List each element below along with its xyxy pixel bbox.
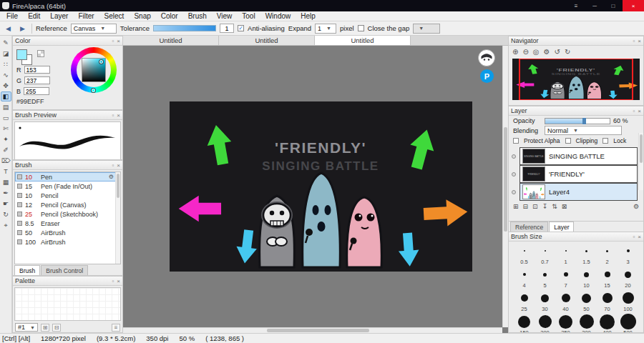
- pixiv-badge-icon[interactable]: P: [480, 69, 494, 83]
- tab-brush[interactable]: Brush: [14, 265, 40, 275]
- primary-color-swatch[interactable]: [16, 49, 27, 60]
- brush-size-option[interactable]: 500: [618, 314, 638, 333]
- panel-close-icon[interactable]: ×: [117, 112, 120, 119]
- layer-row[interactable]: 'FRIENDLY' 'FRIENDLY': [510, 165, 638, 183]
- layer-visibility-icon[interactable]: [512, 154, 516, 159]
- close-button[interactable]: ×: [623, 0, 644, 11]
- rect-select-tool[interactable]: ▭: [1, 113, 11, 123]
- panel-close-icon[interactable]: ×: [117, 38, 120, 44]
- pen-settings-icon[interactable]: ≡: [567, 0, 585, 11]
- document-tab-1[interactable]: Untitled: [123, 36, 219, 45]
- palette-grid[interactable]: [14, 287, 121, 321]
- opacity-slider[interactable]: [545, 118, 610, 124]
- brush-size-option[interactable]: 300: [576, 314, 597, 333]
- zoom-out-icon[interactable]: ⊖: [522, 48, 528, 56]
- new-folder-icon[interactable]: ⊟: [523, 203, 529, 210]
- brush-size-option[interactable]: 5: [535, 267, 555, 290]
- text-tool[interactable]: T: [1, 166, 11, 177]
- brush-item[interactable]: 12 Pencil (Canvas): [15, 200, 120, 209]
- zoom-reset-icon[interactable]: ◎: [533, 48, 540, 56]
- layer-settings-icon[interactable]: ⚙: [633, 203, 639, 210]
- document-tab-3[interactable]: Untitled: [315, 36, 411, 45]
- brush-size-option[interactable]: 4: [514, 267, 535, 290]
- user-avatar[interactable]: [478, 49, 495, 66]
- dock-right-icon[interactable]: ▶: [17, 23, 28, 34]
- panel-float-icon[interactable]: ▫: [633, 38, 635, 44]
- panel-float-icon[interactable]: ▫: [633, 108, 635, 114]
- remove-swatch-icon[interactable]: ⊟: [52, 324, 61, 332]
- magic-wand-tool[interactable]: ✦: [1, 134, 11, 144]
- sv-selector-dot[interactable]: [99, 60, 103, 64]
- menu-file[interactable]: File: [1, 12, 23, 20]
- move-tool[interactable]: ✥: [1, 81, 11, 91]
- rotate-view-tool[interactable]: ↻: [1, 209, 11, 219]
- navigator-view-rect[interactable]: [519, 59, 633, 100]
- brush-size-option[interactable]: 2: [597, 243, 618, 267]
- brush-size-option[interactable]: 1.5: [576, 243, 597, 267]
- brush-size-option[interactable]: 30: [535, 290, 555, 314]
- panel-float-icon[interactable]: ▫: [112, 162, 114, 169]
- g-input[interactable]: [24, 76, 50, 84]
- panel-close-icon[interactable]: ×: [638, 234, 641, 240]
- panel-close-icon[interactable]: ×: [638, 38, 641, 44]
- brush-size-option[interactable]: 7: [555, 267, 576, 290]
- move-layer-icon[interactable]: ⇅: [552, 203, 557, 210]
- panel-float-icon[interactable]: ▫: [112, 112, 114, 119]
- eraser-tool[interactable]: ◪: [1, 49, 11, 59]
- brush-size-option[interactable]: 150: [514, 314, 535, 333]
- dot-tool[interactable]: ∷: [1, 59, 11, 69]
- rotate-cw-icon[interactable]: ↻: [565, 48, 570, 56]
- dock-left-icon[interactable]: ◀: [3, 23, 14, 34]
- panel-close-icon[interactable]: ×: [638, 108, 641, 114]
- menu-filter[interactable]: Filter: [73, 12, 99, 20]
- reference-select[interactable]: Canvas ▼: [71, 24, 117, 34]
- brush-item[interactable]: 25 Pencil (Sketchbook): [15, 209, 120, 219]
- eyedropper-tool[interactable]: ✒: [1, 188, 11, 198]
- new-layer-icon[interactable]: ⊞: [513, 203, 519, 210]
- brush-size-option[interactable]: 10: [576, 267, 597, 290]
- brush-size-option[interactable]: 40: [555, 290, 576, 314]
- menu-layer[interactable]: Layer: [45, 12, 73, 20]
- protect-alpha-checkbox[interactable]: [513, 138, 519, 144]
- canvas-vertical-scrollbar[interactable]: [502, 46, 508, 327]
- brush-item[interactable]: 10 Pencil: [15, 191, 120, 200]
- lock-checkbox[interactable]: [602, 138, 608, 144]
- palette-menu-icon[interactable]: ≡: [112, 324, 120, 332]
- expand-select[interactable]: 1 ▼: [315, 24, 336, 34]
- minimize-button[interactable]: ─: [585, 0, 604, 11]
- document-tab-2[interactable]: Untitled: [219, 36, 315, 45]
- divide-tool[interactable]: ▦: [1, 177, 11, 187]
- brush-size-option[interactable]: 20: [618, 267, 638, 290]
- menu-edit[interactable]: Edit: [23, 12, 45, 20]
- hue-selector-dot[interactable]: [92, 89, 95, 92]
- menu-select[interactable]: Select: [99, 12, 130, 20]
- layer-row[interactable]: SINGING BATTLE SINGING BATTLE: [510, 147, 638, 165]
- brush-item[interactable]: 10 Pen ⚙: [15, 172, 120, 182]
- brush-size-option[interactable]: 0.7: [535, 243, 555, 267]
- delete-layer-icon[interactable]: ⊠: [562, 203, 567, 210]
- tab-brush-control[interactable]: Brush Control: [41, 265, 88, 275]
- brush-size-option[interactable]: 70: [597, 290, 618, 314]
- brush-size-option[interactable]: 50: [576, 290, 597, 314]
- merge-down-icon[interactable]: ↧: [542, 203, 548, 210]
- menu-snap[interactable]: Snap: [129, 12, 155, 20]
- panel-close-icon[interactable]: ×: [117, 162, 120, 169]
- menu-help[interactable]: Help: [296, 12, 321, 20]
- brush-item[interactable]: 15 Pen (Fade In/Out): [15, 182, 120, 191]
- layer-row[interactable]: Layer4: [510, 183, 638, 201]
- tolerance-slider[interactable]: [153, 25, 216, 31]
- brush-size-option[interactable]: 15: [597, 267, 618, 290]
- antialiasing-checkbox[interactable]: ✓: [238, 25, 244, 31]
- brush-size-option[interactable]: 400: [597, 314, 618, 333]
- brush-size-option[interactable]: 0.5: [514, 243, 535, 267]
- r-input[interactable]: [24, 66, 50, 74]
- tolerance-value-input[interactable]: [220, 24, 234, 33]
- menu-tool[interactable]: Tool: [237, 12, 260, 20]
- brush-size-option[interactable]: 1: [555, 243, 576, 267]
- duplicate-layer-icon[interactable]: ⊡: [532, 203, 538, 210]
- brush-item[interactable]: 8.5 Eraser: [15, 219, 120, 228]
- zoom-in-icon[interactable]: ⊕: [512, 48, 518, 56]
- hand-tool[interactable]: ☛: [1, 199, 11, 209]
- rotate-ccw-icon[interactable]: ↺: [554, 48, 560, 56]
- add-swatch-icon[interactable]: ⊞: [41, 324, 49, 332]
